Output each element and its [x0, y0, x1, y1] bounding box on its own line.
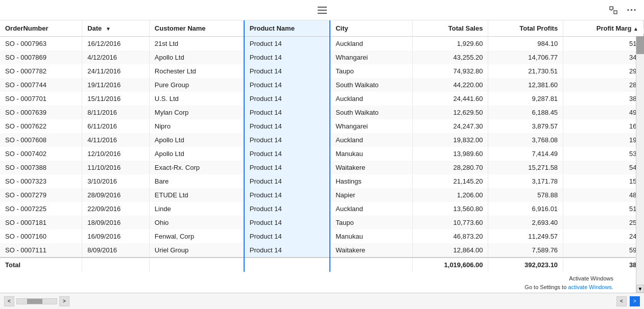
table-row: SO - 00078694/12/2016Apollo LtdProduct 1… — [0, 50, 644, 64]
cell-date: 4/12/2016 — [82, 50, 150, 64]
cell-product_name: Product 14 — [244, 119, 330, 133]
cell-total_profits: 3,879.57 — [488, 119, 563, 133]
cell-order_number: SO - 0007701 — [0, 92, 82, 106]
table-row: SO - 000727928/09/2016ETUDE LtdProduct 1… — [0, 188, 644, 202]
cell-customer_name: Nipro — [149, 119, 244, 133]
cell-profit_margin: 48. — [563, 188, 644, 202]
page-right-arrow[interactable]: > — [630, 296, 640, 306]
col-total-sales[interactable]: Total Sales — [413, 20, 488, 37]
cell-total_sales: 43,255.20 — [413, 50, 488, 64]
scroll-down-arrow[interactable]: ▼ — [636, 285, 644, 293]
toolbar: ··· — [0, 0, 644, 20]
vertical-scrollbar[interactable]: ▲ ▼ — [636, 20, 644, 293]
cell-order_number: SO - 0007608 — [0, 133, 82, 147]
cell-city: Taupo — [330, 216, 412, 229]
scroll-h-thumb[interactable] — [27, 299, 42, 304]
cell-product_name: Product 14 — [244, 243, 330, 258]
cell-product_name: Product 14 — [244, 78, 330, 92]
cell-total_sales: 44,220.00 — [413, 78, 488, 92]
cell-product_name: Product 14 — [244, 106, 330, 119]
scroll-v-thumb[interactable] — [636, 34, 644, 54]
cell-city: South Waikato — [330, 106, 412, 119]
col-order-number-label: OrderNumber — [5, 24, 49, 32]
nav-arrows: < > — [616, 296, 640, 306]
cell-customer_name: Apollo Ltd — [149, 147, 244, 161]
total-cell-1 — [82, 258, 150, 272]
scroll-v-track[interactable] — [636, 29, 644, 285]
table-row: SO - 00076398/11/2016Mylan CorpProduct 1… — [0, 106, 644, 119]
col-city[interactable]: City — [330, 20, 412, 37]
svg-rect-0 — [610, 7, 613, 10]
cell-customer_name: Pure Group — [149, 78, 244, 92]
cell-total_sales: 12,864.00 — [413, 243, 488, 258]
col-profit-margin-label: Profit Marg — [597, 24, 632, 32]
table-row: SO - 000722522/09/2016LindeProduct 14Auc… — [0, 202, 644, 216]
page-left-arrow[interactable]: < — [616, 296, 627, 306]
cell-total_sales: 1,929.60 — [413, 37, 488, 51]
cell-total_profits: 7,414.49 — [488, 147, 563, 161]
table-container[interactable]: OrderNumber Date ▼ Customer Name Product… — [0, 20, 644, 309]
cell-profit_margin: 49. — [563, 106, 644, 119]
data-table: OrderNumber Date ▼ Customer Name Product… — [0, 20, 644, 272]
col-total-sales-label: Total Sales — [448, 24, 483, 32]
total-cell-5: 1,019,606.00 — [413, 258, 488, 272]
cell-profit_margin: 24. — [563, 229, 644, 243]
cell-profit_margin: 19. — [563, 133, 644, 147]
cell-date: 8/11/2016 — [82, 106, 150, 119]
scroll-left-arrow[interactable]: < — [4, 296, 14, 306]
cell-total_profits: 12,381.60 — [488, 78, 563, 92]
more-options-icon[interactable]: ··· — [625, 3, 639, 17]
cell-total_sales: 10,773.60 — [413, 216, 488, 229]
col-product-name[interactable]: Product Name — [244, 20, 330, 37]
col-date[interactable]: Date ▼ — [82, 20, 150, 37]
col-customer-name-label: Customer Name — [155, 24, 206, 32]
cell-city: Auckland — [330, 133, 412, 147]
cell-city: Napier — [330, 188, 412, 202]
cell-total_profits: 7,589.76 — [488, 243, 563, 258]
cell-total_profits: 6,916.01 — [488, 202, 563, 216]
toolbar-center — [318, 7, 327, 14]
horizontal-scrollbar[interactable]: < > — [4, 296, 69, 306]
col-total-profits-label: Total Profits — [519, 24, 558, 32]
cell-total_profits: 9,287.81 — [488, 92, 563, 106]
table-row: SO - 00073233/10/2016BareProduct 14Hasti… — [0, 174, 644, 188]
menu-lines-icon[interactable] — [318, 7, 327, 14]
cell-date: 4/11/2016 — [82, 133, 150, 147]
cell-product_name: Product 14 — [244, 64, 330, 78]
cell-customer_name: Mylan Corp — [149, 106, 244, 119]
col-customer-name[interactable]: Customer Name — [149, 20, 244, 37]
cell-city: Whangarei — [330, 50, 412, 64]
scroll-right-arrow[interactable]: > — [59, 296, 69, 306]
activate-link[interactable]: activate Windows. — [568, 284, 613, 290]
cell-total_profits: 2,693.40 — [488, 216, 563, 229]
cell-total_profits: 3,768.08 — [488, 133, 563, 147]
cell-profit_margin: 59. — [563, 243, 644, 258]
col-city-label: City — [336, 24, 348, 32]
cell-date: 16/12/2016 — [82, 37, 150, 51]
cell-total_sales: 24,247.30 — [413, 119, 488, 133]
col-product-name-label: Product Name — [250, 24, 295, 32]
col-total-profits[interactable]: Total Profits — [488, 20, 563, 37]
scroll-h-track[interactable] — [16, 298, 57, 304]
cell-customer_name: Bare — [149, 174, 244, 188]
cell-customer_name: ETUDE Ltd — [149, 188, 244, 202]
cell-profit_margin: 54. — [563, 161, 644, 174]
cell-order_number: SO - 0007639 — [0, 106, 82, 119]
col-order-number[interactable]: OrderNumber — [0, 20, 82, 37]
cell-total_profits: 6,188.45 — [488, 106, 563, 119]
table-row: SO - 000796316/12/201621st LtdProduct 14… — [0, 37, 644, 51]
cell-product_name: Product 14 — [244, 133, 330, 147]
cell-profit_margin: 15. — [563, 174, 644, 188]
cell-profit_margin: 28. — [563, 78, 644, 92]
fit-icon[interactable] — [606, 3, 621, 17]
cell-total_sales: 21,145.20 — [413, 174, 488, 188]
table-body: SO - 000796316/12/201621st LtdProduct 14… — [0, 37, 644, 272]
sort-asc-icon: ▲ — [633, 26, 638, 32]
cell-total_profits: 3,171.78 — [488, 174, 563, 188]
col-profit-margin[interactable]: Profit Marg ▲ — [563, 20, 644, 37]
cell-order_number: SO - 0007869 — [0, 50, 82, 64]
cell-city: Taupo — [330, 64, 412, 78]
cell-date: 22/09/2016 — [82, 202, 150, 216]
table-row: SO - 000738811/10/2016Exact-Rx. CorpProd… — [0, 161, 644, 174]
cell-total_profits: 21,730.51 — [488, 64, 563, 78]
